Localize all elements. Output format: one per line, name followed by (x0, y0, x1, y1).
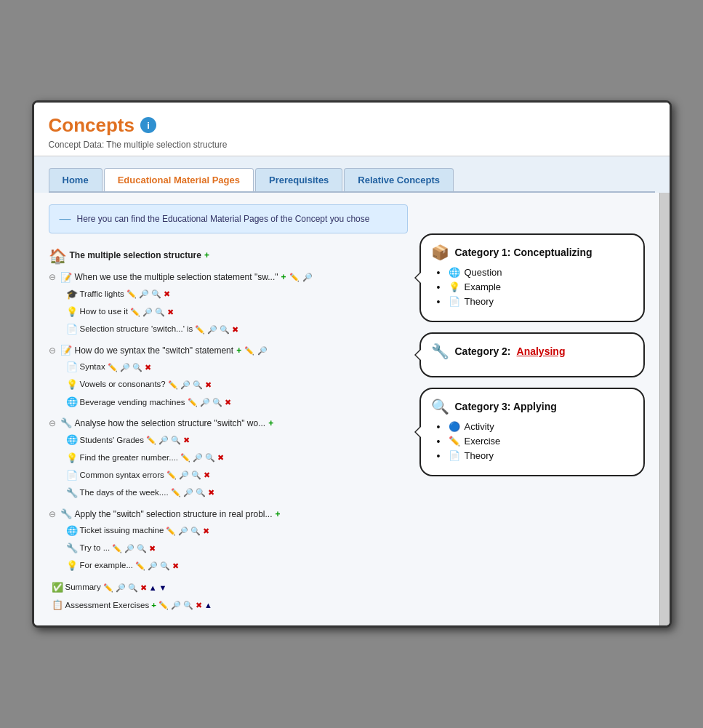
expand-icon-2[interactable]: ⊖ (49, 416, 57, 431)
callout-cat1-list: 🌐 Question 💡 Example 📄 Theory (437, 267, 632, 308)
list-item: 📄 Theory (437, 450, 632, 462)
info-box: — Here you can find the Educational Mate… (49, 204, 408, 233)
tree-section-1: ⊖ 📝 How do we syntax the "switch" statem… (49, 343, 408, 411)
tab-home[interactable]: Home (49, 168, 103, 191)
section-icon-2: 🔧 (60, 415, 72, 431)
tree-section-header-0: ⊖ 📝 When we use the multiple selection s… (49, 270, 408, 286)
section-icon-0: 📝 (60, 270, 72, 286)
section-edit-1[interactable]: ✏️ (244, 344, 254, 358)
page-wrap: — Here you can find the Educational Mate… (34, 193, 670, 626)
section-label-1: How do we syntax the "switch" statement (75, 343, 234, 358)
callout-cat2: 🔧 Category 2: Analysing (419, 332, 645, 377)
tree-footer-summary: ✅ Summary ✏️ 🔎 🔍 ✖ ▲ ▼ (52, 579, 408, 596)
tree-section-3: ⊖ 🔧 Apply the "switch" selection structu… (49, 506, 408, 575)
callout-cat3-title: 🔍 Category 3: Applying (431, 398, 632, 415)
section-add-1[interactable]: + (236, 343, 241, 358)
home-icon: 🏠 (49, 244, 67, 268)
expand-icon-3[interactable]: ⊖ (49, 507, 57, 521)
callout-cat1-title: 📦 Category 1: Conceptualizing (431, 244, 632, 261)
tree-section-header-2: ⊖ 🔧 Analyse how the selection structure … (49, 415, 408, 431)
root-add-button[interactable]: + (204, 248, 209, 263)
section-icon-1: 📝 (60, 343, 72, 359)
tree-section-0: ⊖ 📝 When we use the multiple selection s… (49, 270, 408, 338)
tree-item: 🔧 The days of the week.... ✏️ 🔎 🔍 ✖ (66, 484, 408, 502)
tree-section-header-1: ⊖ 📝 How do we syntax the "switch" statem… (49, 343, 408, 359)
tree-item: 💡 For example... ✏️ 🔎 🔍 ✖ (66, 557, 408, 575)
section-search-0[interactable]: 🔎 (302, 271, 313, 284)
callout-cat1: 📦 Category 1: Conceptualizing 🌐 Question… (419, 233, 645, 322)
tabs-row: Home Educational Material Pages Prerequi… (49, 168, 655, 193)
tree-item: 🔧 Try to ... ✏️ 🔎 🔍 ✖ (66, 540, 408, 557)
header-area: Concepts i Concept Data: The multiple se… (34, 103, 670, 156)
left-panel: — Here you can find the Educational Mate… (49, 204, 408, 615)
callout-cat3: 🔍 Category 3: Applying 🔵 Activity ✏️ Exe… (419, 388, 645, 476)
tree-area: 🏠 The multiple selection structure + ⊖ 📝… (49, 244, 408, 615)
tree-item: 📄 Common syntax errors ✏️ 🔎 🔍 ✖ (66, 467, 408, 484)
section-label-2: Analyse how the selection structure "swi… (75, 416, 266, 431)
section-add-0[interactable]: + (281, 270, 286, 284)
header-title: Concepts i (49, 114, 655, 137)
section-edit-0[interactable]: ✏️ (289, 271, 300, 284)
section-search-1[interactable]: 🔎 (257, 344, 268, 358)
section-icon-3: 🔧 (60, 506, 72, 522)
tree-item: 🌐 Beverage vending machines ✏️ 🔎 🔍 ✖ (66, 393, 408, 411)
info-icon[interactable]: i (140, 117, 156, 133)
tab-relative-concepts[interactable]: Relative Concepts (344, 168, 454, 191)
main-window: Concepts i Concept Data: The multiple se… (32, 100, 672, 628)
callout-cat3-list: 🔵 Activity ✏️ Exercise 📄 Theory (437, 421, 632, 462)
tabs-area: Home Educational Material Pages Prerequi… (34, 156, 670, 193)
tree-item: 💡 How to use it ✏️ 🔎 🔍 ✖ (66, 303, 408, 321)
tab-educational-material[interactable]: Educational Material Pages (104, 168, 254, 191)
list-item: 💡 Example (437, 281, 632, 293)
tree-section-header-3: ⊖ 🔧 Apply the "switch" selection structu… (49, 506, 408, 522)
tab-prerequisites[interactable]: Prerequisites (255, 168, 342, 191)
tree-item: 📄 Selection structure 'switch...' is ✏️ … (66, 321, 408, 338)
content-area: — Here you can find the Educational Mate… (34, 193, 659, 626)
list-item: ✏️ Exercise (437, 436, 632, 447)
header-subtitle: Concept Data: The multiple selection str… (49, 140, 655, 150)
tree-item: 💡 Find the greater number.... ✏️ 🔎 🔍 ✖ (66, 449, 408, 467)
tree-root: 🏠 The multiple selection structure + (49, 244, 408, 268)
expand-icon-1[interactable]: ⊖ (49, 343, 57, 358)
tree-children-3: 🌐 Ticket issuing machine ✏️ 🔎 🔍 ✖ 🔧 Try … (66, 522, 408, 575)
tree-footer-assessment: 📋 Assessment Exercises + ✏️ 🔎 🔍 ✖ ▲ (52, 596, 408, 614)
section-label-3: Apply the "switch" selection structure i… (75, 507, 273, 521)
tree-item: 💡 Vowels or consonants? ✏️ 🔎 🔍 ✖ (66, 376, 408, 393)
tree-item: 🎓 Traffic lights ✏️ 🔎 🔍 ✖ (66, 286, 408, 303)
list-item: 📄 Theory (437, 296, 632, 308)
tree-item: 🌐 Ticket issuing machine ✏️ 🔎 🔍 ✖ (66, 522, 408, 540)
info-box-icon: — (60, 212, 71, 225)
tree-root-label: The multiple selection structure (70, 248, 201, 263)
section-add-3[interactable]: + (275, 507, 280, 521)
list-item: 🔵 Activity (437, 421, 632, 433)
callout-cat2-title: 🔧 Category 2: Analysing (431, 343, 632, 360)
tree-section-2: ⊖ 🔧 Analyse how the selection structure … (49, 415, 408, 501)
scrollbar[interactable] (659, 193, 670, 626)
section-label-0: When we use the multiple selection state… (75, 270, 278, 284)
info-box-text: Here you can find the Educational Materi… (77, 214, 370, 224)
expand-icon-0[interactable]: ⊖ (49, 270, 57, 284)
tree-item: 📄 Syntax ✏️ 🔎 🔍 ✖ (66, 359, 408, 376)
list-item: 🌐 Question (437, 267, 632, 279)
tree-children-1: 📄 Syntax ✏️ 🔎 🔍 ✖ 💡 Vowels or consonants… (66, 359, 408, 411)
tree-item: 🌐 Students' Grades ✏️ 🔎 🔍 ✖ (66, 431, 408, 449)
section-add-2[interactable]: + (268, 416, 273, 431)
tree-children-0: 🎓 Traffic lights ✏️ 🔎 🔍 ✖ 💡 How to use i… (66, 286, 408, 338)
page-title: Concepts (49, 114, 134, 137)
tree-children-2: 🌐 Students' Grades ✏️ 🔎 🔍 ✖ 💡 Find the g… (66, 431, 408, 501)
right-panel: 📦 Category 1: Conceptualizing 🌐 Question… (419, 204, 645, 615)
